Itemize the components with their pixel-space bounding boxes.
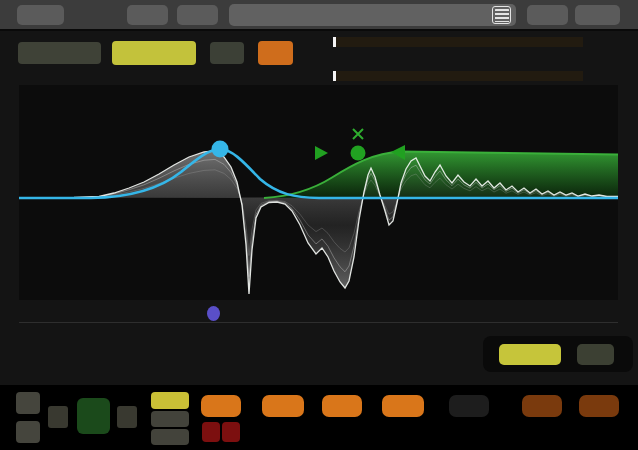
- axis-border-line: [19, 322, 618, 323]
- decay-value[interactable]: [579, 395, 619, 417]
- preset-menu-icon[interactable]: [492, 6, 511, 24]
- remove-band-button[interactable]: [16, 421, 40, 443]
- eq-graph[interactable]: [19, 85, 618, 300]
- ab-toggle-button[interactable]: [527, 5, 568, 25]
- solo-button[interactable]: [202, 422, 220, 442]
- freq-axis: [19, 300, 618, 324]
- filter-hs-button[interactable]: [151, 392, 189, 409]
- filter-bell-button[interactable]: [151, 411, 189, 427]
- bypass-button[interactable]: [17, 5, 64, 25]
- band-number-display[interactable]: [77, 398, 110, 434]
- top-tick-strip: [0, 72, 638, 84]
- add-band-button[interactable]: [16, 392, 40, 414]
- filter-ls-button[interactable]: [151, 429, 189, 445]
- q-value[interactable]: [322, 395, 362, 417]
- next-band-button[interactable]: [117, 406, 137, 428]
- mute-button[interactable]: [222, 422, 240, 442]
- hq-button[interactable]: [210, 42, 244, 64]
- analysis-button[interactable]: [499, 344, 561, 365]
- link-button[interactable]: [258, 41, 293, 65]
- number-value[interactable]: [522, 395, 562, 417]
- band-handle-green[interactable]: [351, 146, 366, 161]
- harmonic-value[interactable]: [449, 395, 489, 417]
- eq-graph-canvas: [19, 85, 618, 300]
- green-x-marker[interactable]: [353, 129, 363, 139]
- green-play-marker[interactable]: [315, 146, 328, 160]
- band-handle-purple[interactable]: [207, 306, 220, 321]
- meter-l-bar: [333, 37, 583, 47]
- position-value[interactable]: [382, 395, 424, 417]
- undo-button[interactable]: [127, 5, 168, 25]
- mix-value[interactable]: [201, 395, 241, 417]
- band-handle-blue[interactable]: [212, 141, 229, 158]
- prev-band-button[interactable]: [48, 406, 68, 428]
- meter-l-peak: [333, 37, 336, 47]
- a-to-b-button[interactable]: [575, 5, 620, 25]
- linear-phase-button[interactable]: [112, 41, 196, 65]
- zero-latency-button[interactable]: [18, 42, 101, 64]
- preset-bar: [229, 4, 516, 26]
- stereoplacer-window: [0, 0, 638, 450]
- freq-value[interactable]: [262, 395, 304, 417]
- pre-button[interactable]: [577, 344, 614, 365]
- redo-button[interactable]: [177, 5, 218, 25]
